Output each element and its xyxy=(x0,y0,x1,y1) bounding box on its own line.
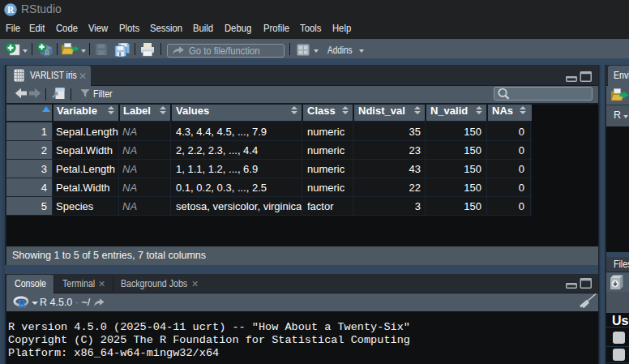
svg-text:R: R xyxy=(7,5,15,15)
svg-text:R: R xyxy=(18,298,27,310)
